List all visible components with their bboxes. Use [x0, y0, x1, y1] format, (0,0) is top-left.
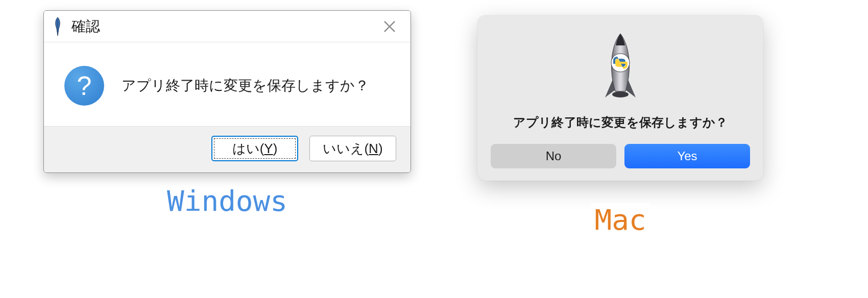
python-rocket-icon: [592, 29, 648, 105]
windows-dialog-message: アプリ終了時に変更を保存しますか？: [122, 76, 369, 95]
no-button[interactable]: いいえ(N): [309, 136, 396, 161]
close-icon[interactable]: [378, 15, 401, 38]
windows-caption: Windows: [43, 184, 411, 217]
no-label-pre: いいえ(: [323, 140, 369, 158]
yes-button[interactable]: Yes: [624, 144, 750, 168]
svg-point-3: [612, 91, 629, 97]
no-label-post: ): [378, 141, 383, 157]
windows-dialog-body: ? アプリ終了時に変更を保存しますか？: [44, 42, 411, 126]
windows-titlebar: 確認: [44, 11, 411, 42]
feather-icon: [51, 16, 64, 37]
yes-label-post: ): [273, 141, 278, 157]
no-button[interactable]: No: [491, 144, 616, 168]
mac-dialog-message: アプリ終了時に変更を保存しますか？: [513, 114, 728, 131]
windows-dialog-title: 確認: [71, 17, 378, 36]
mac-caption: Mac: [591, 203, 649, 236]
mac-dialog: アプリ終了時に変更を保存しますか？ No Yes: [477, 15, 763, 181]
no-mnemonic: N: [369, 141, 378, 157]
windows-dialog-footer: はい(Y) いいえ(N): [44, 126, 411, 172]
mac-dialog-buttons: No Yes: [491, 144, 750, 168]
yes-label-pre: はい(: [232, 140, 264, 158]
yes-button[interactable]: はい(Y): [211, 136, 298, 161]
windows-dialog: 確認 ? アプリ終了時に変更を保存しますか？ はい(Y) いいえ(N): [43, 10, 411, 173]
question-glyph: ?: [77, 70, 92, 101]
yes-mnemonic: Y: [264, 141, 273, 157]
question-icon: ?: [64, 66, 104, 106]
